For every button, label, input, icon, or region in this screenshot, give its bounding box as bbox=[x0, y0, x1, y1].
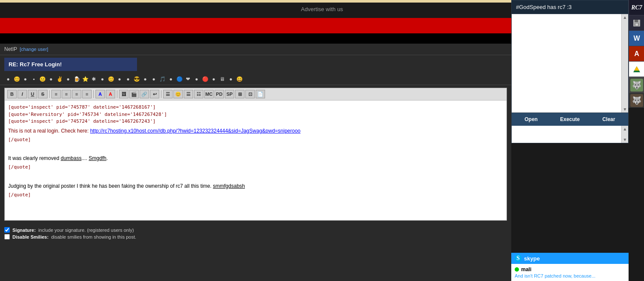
online-indicator bbox=[515, 267, 519, 272]
clear-btn[interactable]: Clear bbox=[589, 113, 628, 126]
emoji-18[interactable]: ● bbox=[150, 75, 158, 83]
input-scrollbar-up[interactable]: ▲ bbox=[623, 127, 627, 131]
emoji-22[interactable]: ❤ bbox=[184, 75, 192, 83]
editor-toolbar: B I U S ≡ ≡ ≡ ≡ A A 🖼 🎬 🔗 ↩ ☰ 😊 bbox=[5, 88, 507, 101]
underline-btn[interactable]: U bbox=[28, 90, 37, 98]
emoji-15[interactable]: ● bbox=[124, 75, 132, 83]
bold-btn[interactable]: B bbox=[7, 90, 17, 98]
input-scrollbar-down[interactable]: ▼ bbox=[623, 137, 627, 142]
signature-label: Signature: bbox=[12, 228, 36, 233]
execute-btn[interactable]: Execute bbox=[551, 113, 590, 126]
overlay-input[interactable]: ▲ ▼ bbox=[512, 126, 628, 143]
smilies-checkbox[interactable] bbox=[4, 234, 10, 240]
emoji-25[interactable]: ● bbox=[210, 75, 218, 83]
php-btn[interactable]: PD bbox=[215, 90, 224, 98]
link-btn[interactable]: 🔗 bbox=[140, 90, 149, 98]
skype-chat: mali And isn't RC7 patched now, because.… bbox=[511, 264, 629, 281]
overlay-content: ▲ ▼ bbox=[512, 14, 628, 112]
align-justify-btn[interactable]: ≡ bbox=[82, 90, 92, 98]
emoji-19[interactable]: 🎵 bbox=[158, 75, 166, 83]
rc7-icon[interactable]: RC 7 bbox=[629, 0, 644, 15]
emoji-13[interactable]: 😊 bbox=[107, 75, 115, 83]
svg-rect-1 bbox=[635, 20, 638, 22]
smile-btn[interactable]: 😊 bbox=[173, 90, 183, 98]
align-right-btn[interactable]: ≡ bbox=[72, 90, 81, 98]
emoji-7[interactable]: ✌ bbox=[56, 75, 63, 83]
post-title: RE: Rc7 Free Login! bbox=[4, 58, 137, 71]
scrollbar-down[interactable]: ▼ bbox=[623, 107, 627, 112]
line-3: [quote='inspect' pid='745724' dateline='… bbox=[8, 118, 503, 125]
skype-message: And isn't RC7 patched now, because... bbox=[515, 273, 625, 278]
quote-btn[interactable]: ☰ bbox=[163, 90, 173, 98]
signature-checkbox[interactable] bbox=[4, 227, 10, 233]
align-center-btn[interactable]: ≡ bbox=[62, 90, 71, 98]
avatar-1: 🐺 bbox=[629, 77, 644, 92]
emoji-14[interactable]: ● bbox=[116, 75, 123, 83]
emoji-27[interactable]: ● bbox=[227, 75, 235, 83]
scrollbar-up[interactable]: ▲ bbox=[623, 15, 627, 20]
emoji-16[interactable]: 😎 bbox=[133, 75, 140, 83]
emoji-9[interactable]: 🍺 bbox=[73, 75, 80, 83]
svg-rect-3 bbox=[635, 24, 638, 26]
undo-btn[interactable]: ↩ bbox=[150, 90, 159, 98]
open-btn[interactable]: Open bbox=[512, 113, 551, 126]
emoji-26[interactable]: 🖥 bbox=[218, 75, 226, 83]
svg-marker-5 bbox=[634, 66, 639, 71]
emoji-20[interactable]: ● bbox=[167, 75, 175, 83]
table-btn[interactable]: ⊞ bbox=[235, 90, 244, 98]
misc-btn[interactable]: ⊡ bbox=[245, 90, 255, 98]
line-9 bbox=[8, 173, 503, 180]
overlay-title: #GodSpeed has rc7 :3 bbox=[512, 0, 628, 14]
skype-bar: S skype mali And isn't RC7 patched now, … bbox=[511, 253, 629, 281]
image-btn[interactable]: 🖼 bbox=[119, 90, 128, 98]
line-11: [/quote] bbox=[8, 192, 503, 199]
mycode-btn[interactable]: MC bbox=[204, 90, 214, 98]
skype-header[interactable]: S skype bbox=[511, 253, 629, 264]
emoji-12[interactable]: ● bbox=[98, 75, 106, 83]
emoji-21[interactable]: 🔵 bbox=[176, 75, 183, 83]
link-1[interactable]: http://rc7hosting.x10host.com//db.php/?h… bbox=[90, 128, 300, 134]
line-7: It was clearly removed dumbass.... Smgdf… bbox=[8, 154, 503, 162]
emoji-5[interactable]: 😐 bbox=[39, 75, 46, 83]
emoji-3[interactable]: ● bbox=[21, 75, 29, 83]
editor-container: B I U S ≡ ≡ ≡ ≡ A A 🖼 🎬 🔗 ↩ ☰ 😊 bbox=[4, 88, 507, 221]
strikethrough-btn[interactable]: S bbox=[38, 90, 48, 98]
media-btn[interactable]: 🎬 bbox=[129, 90, 139, 98]
word-icon[interactable]: W bbox=[629, 31, 644, 46]
line-10: Judging by the original poster I think h… bbox=[8, 182, 503, 190]
overlay-buttons: Open Execute Clear bbox=[512, 112, 628, 126]
access-icon[interactable]: A bbox=[629, 46, 644, 62]
emoji-2[interactable]: 😊 bbox=[13, 75, 21, 83]
doc-btn[interactable]: 📄 bbox=[256, 90, 265, 98]
emoji-17[interactable]: ● bbox=[141, 75, 149, 83]
emoji-11[interactable]: ✱ bbox=[90, 75, 98, 83]
smilies-label: Disable Smilies: bbox=[12, 234, 48, 240]
list-btn[interactable]: ☰ bbox=[184, 90, 193, 98]
line-6 bbox=[8, 145, 503, 153]
list2-btn[interactable]: ☷ bbox=[194, 90, 203, 98]
line-4: This is not a real login. Check here: ht… bbox=[8, 127, 503, 135]
editor-body[interactable]: [quote='inspect' pid='745787' dateline='… bbox=[5, 101, 507, 220]
font-color-btn[interactable]: A bbox=[95, 90, 105, 98]
change-user-link[interactable]: [change user] bbox=[20, 47, 48, 52]
emoji-28[interactable]: 😄 bbox=[236, 75, 243, 83]
emoji-8[interactable]: ● bbox=[64, 75, 72, 83]
emoji-24[interactable]: 🔴 bbox=[201, 75, 209, 83]
font-bg-btn[interactable]: A bbox=[106, 90, 115, 98]
emoji-23[interactable]: ● bbox=[193, 75, 200, 83]
username: NetIP bbox=[4, 46, 17, 52]
emoji-6[interactable]: ● bbox=[47, 75, 55, 83]
drive-icon[interactable] bbox=[629, 62, 644, 77]
smilies-row: Disable Smilies: disable smilies from sh… bbox=[4, 234, 507, 240]
emoji-4[interactable]: ▪ bbox=[30, 75, 38, 83]
line-5: [/quote] bbox=[8, 136, 503, 144]
smilies-desc: disable smilies from showing in this pos… bbox=[51, 234, 136, 240]
disk-icon[interactable] bbox=[629, 15, 644, 31]
align-left-btn[interactable]: ≡ bbox=[51, 90, 61, 98]
toolbar-sep-3 bbox=[117, 90, 117, 98]
advertise-text: Advertise with us bbox=[301, 6, 343, 12]
italic-btn[interactable]: I bbox=[18, 90, 27, 98]
spoiler-btn[interactable]: SP bbox=[225, 90, 234, 98]
emoji-1[interactable]: ● bbox=[4, 75, 12, 83]
emoji-10[interactable]: ⭐ bbox=[81, 75, 89, 83]
